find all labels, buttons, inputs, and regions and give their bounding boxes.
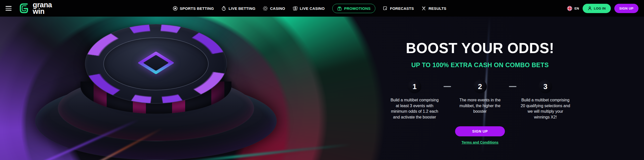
logo[interactable]: grana win — [19, 2, 52, 15]
language-label: EN — [574, 7, 579, 10]
chip-diamond-logo — [143, 55, 169, 71]
nav-item-label: LIVE BETTING — [228, 6, 255, 11]
language-selector[interactable]: EN — [567, 6, 579, 11]
promo-step-3: 3 Build a multibet comprising 20 qualify… — [520, 80, 570, 120]
promo-steps: 1 Build a multibet comprising at least 3… — [390, 80, 570, 120]
header-actions: EN LOG IN SIGN UP — [567, 4, 638, 13]
step-number-badge: 3 — [539, 80, 552, 93]
nav-item-promotions[interactable]: PROMOTIONS — [332, 4, 376, 13]
step-description: The more events in the multibet, the hig… — [455, 97, 505, 114]
nav-item-results[interactable]: RESULTS — [421, 6, 446, 11]
top-header: grana win SPORTS BETTING LIVE BETTING CA… — [0, 0, 644, 17]
step-description: Build a multibet comprising at least 3 e… — [390, 97, 439, 120]
step-number-badge: 2 — [473, 80, 487, 93]
promo-signup-button[interactable]: SIGN UP — [455, 126, 505, 136]
login-button[interactable]: LOG IN — [583, 4, 611, 13]
playing-cards-icon — [293, 6, 298, 11]
header-signup-button[interactable]: SIGN UP — [614, 4, 638, 13]
terms-and-conditions-link[interactable]: Terms and Conditions — [462, 140, 499, 144]
step-separator — [444, 86, 451, 87]
promo-step-1: 1 Build a multibet comprising at least 3… — [390, 80, 439, 120]
step-description: Build a multibet comprising 20 qualifyin… — [520, 97, 570, 120]
user-icon — [588, 6, 592, 11]
stopwatch-icon — [221, 6, 226, 11]
login-label: LOG IN — [594, 7, 606, 10]
cursor-click-icon — [383, 6, 388, 11]
promo-subtitle: UP TO 100% EXTRA CASH ON COMBO BETS — [411, 61, 549, 69]
nav-item-label: CASINO — [270, 6, 285, 11]
nav-item-forecasts[interactable]: FORECASTS — [383, 6, 414, 11]
granawin-logo-icon — [19, 3, 30, 14]
promo-step-2: 2 The more events in the multibet, the h… — [455, 80, 505, 114]
soccer-ball-icon — [173, 6, 178, 11]
casino-chip-icon — [263, 6, 268, 11]
nav-item-casino[interactable]: CASINO — [263, 6, 285, 11]
nav-item-label: PROMOTIONS — [344, 6, 371, 11]
nav-item-label: LIVE CASINO — [300, 6, 325, 11]
nav-item-live-casino[interactable]: LIVE CASINO — [293, 6, 325, 11]
promo-title: BOOST YOUR ODDS! — [406, 40, 554, 56]
main-nav: SPORTS BETTING LIVE BETTING CASINO LIVE … — [173, 4, 447, 13]
menu-button[interactable] — [6, 5, 13, 12]
promo-content: BOOST YOUR ODDS! UP TO 100% EXTRA CASH O… — [403, 17, 557, 160]
nav-item-label: SPORTS BETTING — [180, 6, 214, 11]
gift-icon — [337, 6, 342, 11]
signup-label: SIGN UP — [619, 7, 633, 10]
step-separator — [509, 86, 516, 87]
step-number-badge: 1 — [408, 80, 421, 93]
hero-art — [0, 17, 403, 160]
nav-item-sports-betting[interactable]: SPORTS BETTING — [173, 6, 214, 11]
hamburger-icon — [6, 6, 12, 7]
nav-item-label: RESULTS — [428, 6, 446, 11]
promo-hero-banner: BOOST YOUR ODDS! UP TO 100% EXTRA CASH O… — [0, 17, 644, 160]
casino-chip-top-face — [85, 24, 227, 104]
nav-item-label: FORECASTS — [390, 6, 414, 11]
logo-text: grana win — [33, 2, 52, 15]
crossed-flags-icon — [421, 6, 426, 11]
uk-flag-icon — [567, 6, 572, 11]
nav-item-live-betting[interactable]: LIVE BETTING — [221, 6, 255, 11]
